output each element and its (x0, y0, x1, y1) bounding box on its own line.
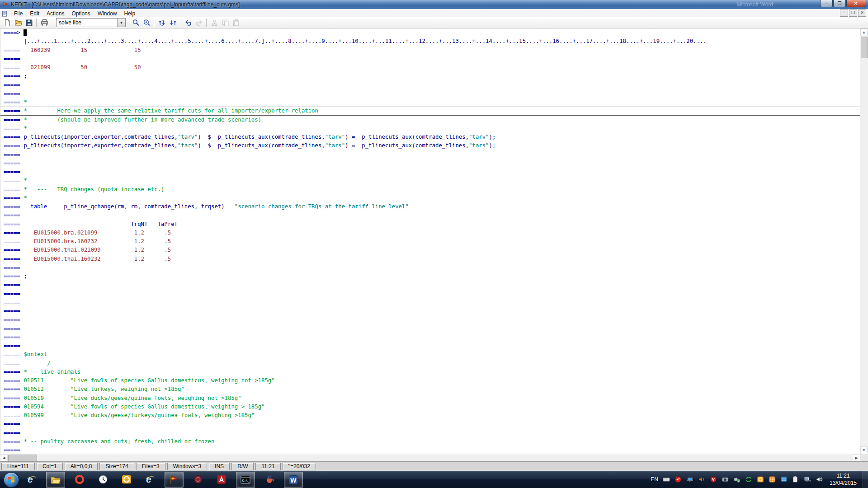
undo-button[interactable] (183, 18, 193, 28)
mdi-close-button[interactable]: ✕ (858, 9, 866, 17)
svg-text:C:\_: C:\_ (242, 479, 250, 483)
redo-button (193, 18, 204, 28)
grid-tray-icon[interactable] (768, 476, 776, 483)
status-cell: 11:21 (255, 463, 280, 470)
background-window-title: Microsoft Word (737, 1, 773, 8)
vertical-scroll-thumb[interactable] (861, 37, 868, 58)
horizontal-scroll-thumb[interactable] (8, 455, 37, 462)
maroon-circle-app-icon[interactable] (189, 472, 207, 487)
status-bar: Line=111Col=1Alt=0,0;8Size=174Files=3Win… (0, 461, 868, 471)
network-tray-icon[interactable] (803, 476, 811, 483)
change-button[interactable] (141, 18, 152, 28)
antivirus-tray-icon[interactable] (674, 476, 682, 483)
language-indicator[interactable]: EN (651, 476, 658, 483)
menu-window[interactable]: Window (94, 10, 121, 17)
svg-text:e: e (146, 474, 151, 484)
volume-tray-icon[interactable] (815, 476, 823, 483)
editor-line: ===== 010599 "Live ducks/geese/turkeys/g… (0, 411, 860, 420)
menu-file[interactable]: File (10, 10, 26, 17)
svg-text:e: e (28, 474, 33, 484)
editor-line: ===== 010511 "Live fowls of species Gall… (0, 376, 860, 385)
system-tray: EN V (651, 471, 823, 488)
internet-explorer-icon[interactable]: e (23, 472, 41, 487)
monitor-blue-tray-icon[interactable] (780, 476, 788, 483)
open-file-button[interactable] (13, 18, 24, 28)
text-editor[interactable]: ====> |...+....1....+....2....+....3....… (0, 28, 860, 454)
editor-line: ===== (0, 429, 860, 437)
editor-line: ===== (0, 446, 860, 454)
internet-explorer-2-icon[interactable]: e (141, 472, 159, 487)
macro-combobox[interactable]: solve libe▼ (56, 18, 126, 27)
scroll-down-arrow[interactable]: ▼ (860, 446, 868, 454)
mdi-minimize-button[interactable]: – (840, 9, 848, 17)
minimize-button[interactable]: – (820, 0, 833, 7)
print-button[interactable] (39, 18, 50, 28)
java-icon[interactable] (260, 472, 278, 487)
status-cell: INS (209, 463, 230, 470)
mdi-restore-button[interactable]: ❐ (849, 9, 857, 17)
clock-time: 11:21 (825, 472, 862, 479)
menu-options[interactable]: Options (68, 10, 94, 17)
redo-icon (195, 19, 203, 27)
find-button[interactable] (130, 18, 141, 28)
cut-icon (211, 19, 218, 27)
svg-text:V: V (712, 477, 714, 482)
menu-help[interactable]: Help (120, 10, 139, 17)
editor-line: ===== 010519 "Live ducks/geese/guinea fo… (0, 394, 860, 403)
loudspeaker-orange-icon[interactable] (698, 476, 705, 483)
editor-line: ===== 021099 50 50 (0, 63, 860, 72)
status-cell: Files=3 (136, 463, 165, 470)
editor-line: ===== * (should be improved further in m… (0, 116, 860, 124)
vertical-scrollbar[interactable]: ▲ ▼ (860, 28, 868, 454)
window-controls: – ❐ ✕ (820, 0, 865, 7)
show-desktop-button[interactable] (863, 471, 868, 488)
scroll-right-arrow[interactable]: ▶ (853, 454, 860, 461)
menu-edit[interactable]: Edit (26, 10, 43, 17)
scroll-left-arrow[interactable]: ◀ (0, 454, 8, 461)
camera-tray-icon[interactable] (721, 476, 729, 483)
command-line: ====> (0, 28, 860, 37)
repeat-change-button[interactable] (167, 18, 178, 28)
repeat-find-button[interactable] (156, 18, 167, 28)
mdi-window-controls: – ❐ ✕ (839, 9, 866, 17)
clipboard-tray-icon[interactable] (792, 476, 799, 483)
shield-v-icon[interactable]: V (709, 476, 717, 483)
new-file-button[interactable] (2, 18, 13, 28)
kedit-taskbar-icon[interactable] (165, 472, 184, 488)
command-prompt-icon[interactable]: C:\_ (236, 472, 255, 488)
windows-flag-icon (8, 476, 14, 483)
find-icon (132, 19, 140, 27)
display-tray-icon[interactable] (686, 476, 693, 483)
outlook-icon[interactable] (118, 472, 136, 487)
editor-line: ===== (0, 290, 860, 298)
editor-line: ===== (0, 420, 860, 428)
outlook-tray-icon[interactable] (756, 476, 764, 483)
editor-line: ===== ; (0, 72, 860, 80)
windows-explorer-icon[interactable] (46, 472, 65, 488)
word-icon[interactable]: W (284, 472, 303, 488)
document-menu-icon[interactable] (2, 10, 8, 16)
editor-line: ===== (0, 211, 860, 220)
editor-line: ===== (0, 342, 860, 350)
clock-app-icon[interactable] (94, 472, 112, 487)
sync-tray-icon[interactable] (745, 476, 752, 483)
editor-line: ===== (0, 81, 860, 89)
chevron-down-icon[interactable]: ▼ (117, 19, 125, 27)
menu-actions[interactable]: Actions (43, 10, 68, 17)
scroll-up-arrow[interactable]: ▲ (860, 28, 868, 36)
editor-line: ===== * (0, 98, 860, 107)
editor-line: ===== EU015000.bra.021099 1.2 .5 (0, 229, 860, 237)
close-button[interactable]: ✕ (846, 0, 865, 7)
start-button[interactable] (4, 472, 19, 488)
status-cell: ''=20/032 (283, 463, 316, 470)
usb-eject-icon[interactable] (733, 476, 741, 483)
orange-ring-app-icon[interactable] (71, 472, 89, 487)
keyboard-icon[interactable] (662, 476, 670, 483)
adobe-reader-icon[interactable] (212, 472, 231, 487)
horizontal-scrollbar[interactable]: ◀ ▶ (0, 454, 860, 462)
editor-line: ===== / (0, 359, 860, 368)
maximize-button[interactable]: ❐ (833, 0, 846, 7)
save-button[interactable] (24, 18, 34, 28)
new-file-icon (4, 19, 11, 27)
taskbar-clock[interactable]: 11:21 13/04/2015 (825, 472, 862, 487)
